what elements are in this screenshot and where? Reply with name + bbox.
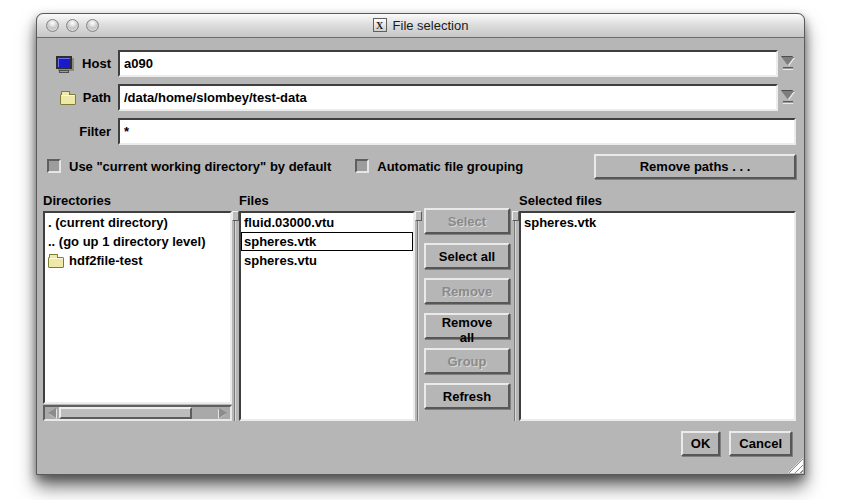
list-item-label: .. (go up 1 directory level) [48, 234, 205, 249]
computer-icon [55, 55, 75, 73]
directories-label: Directories [43, 193, 232, 211]
path-label: Path [83, 90, 111, 105]
scrollbar-thumb[interactable] [59, 407, 192, 419]
titlebar[interactable]: X File selection [37, 14, 804, 38]
list-item-label: fluid.03000.vtu [244, 215, 334, 230]
file-item[interactable]: spheres.vtu [241, 251, 413, 270]
scroll-right-button[interactable] [216, 407, 230, 419]
actions-column: SelectSelect allRemoveRemove allGroupRef… [422, 193, 512, 409]
splitter-handle[interactable] [415, 211, 422, 221]
minimize-button[interactable] [66, 19, 79, 32]
path-input[interactable] [118, 84, 778, 111]
group-button: Group [424, 348, 510, 374]
file-grouping-checkbox-label: Automatic file grouping [377, 159, 523, 174]
select-button: Select [424, 208, 510, 234]
directory-item[interactable]: .. (go up 1 directory level) [45, 232, 230, 251]
host-label: Host [82, 56, 111, 71]
directories-pane: Directories . (current directory).. (go … [43, 193, 232, 421]
cwd-checkbox-label: Use "current working directory" by defau… [69, 159, 331, 174]
host-dropdown-button[interactable] [780, 53, 796, 75]
file-selection-dialog: X File selection Host Path [36, 13, 805, 475]
list-item-label: hdf2file-test [69, 253, 143, 268]
splitter-handle[interactable] [232, 211, 239, 221]
file-item[interactable]: spheres.vtk [241, 232, 413, 251]
file-item[interactable]: fluid.03000.vtu [241, 213, 413, 232]
chevron-down-icon [782, 91, 794, 99]
cwd-checkbox[interactable] [47, 159, 61, 173]
traffic-lights [37, 19, 99, 32]
selected-files-label: Selected files [519, 193, 796, 211]
footer-row: OK Cancel [43, 431, 792, 456]
chevron-down-icon [782, 57, 794, 65]
refresh-button[interactable]: Refresh [424, 383, 510, 409]
zoom-button[interactable] [86, 19, 99, 32]
files-list[interactable]: fluid.03000.vtuspheres.vtkspheres.vtu [239, 211, 415, 421]
panes-row: Directories . (current directory).. (go … [43, 193, 796, 421]
files-pane: Files fluid.03000.vtuspheres.vtkspheres.… [239, 193, 415, 421]
close-button[interactable] [46, 19, 59, 32]
path-row: Path [43, 84, 796, 111]
splitter-handle[interactable] [512, 211, 519, 221]
files-label: Files [239, 193, 415, 211]
folder-icon [60, 94, 76, 105]
list-item-label: . (current directory) [48, 215, 168, 230]
host-input[interactable] [118, 50, 778, 77]
resize-grip[interactable] [788, 458, 803, 473]
directory-item[interactable]: hdf2file-test [45, 251, 230, 270]
remove-button: Remove [424, 278, 510, 304]
remove-all-button[interactable]: Remove all [424, 313, 510, 339]
selected-files-pane: Selected files spheres.vtk [519, 193, 796, 421]
select-all-button[interactable]: Select all [424, 243, 510, 269]
filter-label: Filter [79, 124, 111, 139]
arrow-right-icon [219, 408, 227, 418]
filter-input[interactable] [118, 118, 796, 145]
file-grouping-checkbox[interactable] [355, 159, 369, 173]
ok-button[interactable]: OK [681, 431, 721, 456]
window-title: File selection [393, 18, 469, 33]
arrow-left-icon [48, 408, 56, 418]
filter-row: Filter [43, 118, 796, 145]
dialog-content: Host Path Filter [37, 38, 804, 456]
splitter-1[interactable] [232, 211, 239, 421]
host-row: Host [43, 50, 796, 77]
path-dropdown-button[interactable] [780, 87, 796, 109]
directories-hscrollbar[interactable] [43, 405, 232, 421]
folder-icon [48, 257, 64, 268]
selected-files-list[interactable]: spheres.vtk [519, 211, 796, 421]
options-row: Use "current working directory" by defau… [47, 153, 796, 179]
directory-item[interactable]: . (current directory) [45, 213, 230, 232]
remove-paths-button[interactable]: Remove paths . . . [594, 154, 796, 179]
x11-icon: X [373, 18, 387, 32]
list-item-label: spheres.vtk [524, 215, 596, 230]
splitter-3[interactable] [512, 211, 519, 421]
selected-file-item[interactable]: spheres.vtk [521, 213, 794, 232]
cancel-button[interactable]: Cancel [729, 431, 792, 456]
directories-list[interactable]: . (current directory).. (go up 1 directo… [43, 211, 232, 404]
list-item-label: spheres.vtk [244, 234, 316, 249]
list-item-label: spheres.vtu [244, 253, 317, 268]
scroll-left-button[interactable] [45, 407, 59, 419]
splitter-2[interactable] [415, 211, 422, 421]
